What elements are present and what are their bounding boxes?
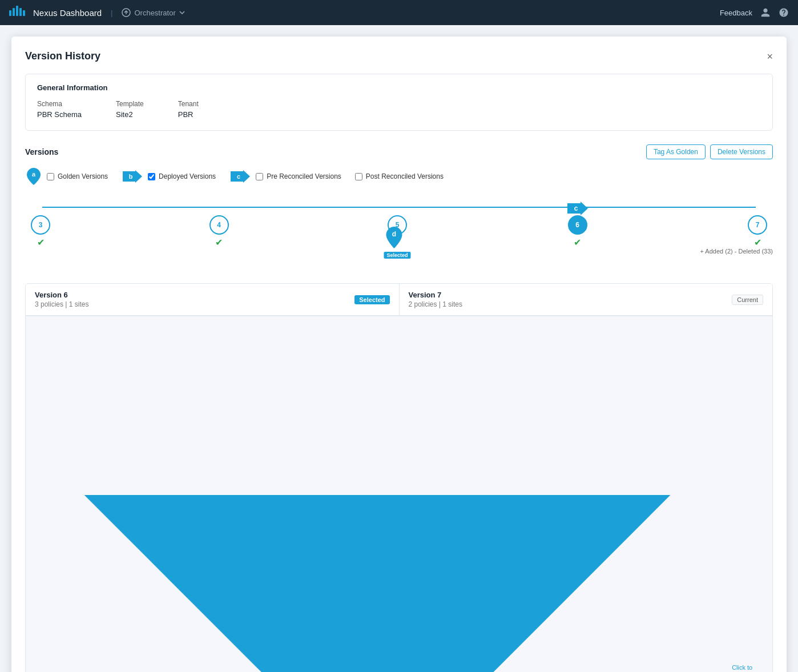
versions-actions: Tag As Golden Delete Versions [646,144,773,159]
orchestrator-menu[interactable]: Orchestrator [122,8,184,17]
svg-text:a: a [32,171,36,178]
node-3-circle[interactable]: 3 [31,215,50,235]
version6-badge: Selected [354,295,389,304]
arrow-c-icon: c [229,169,251,184]
node-7-circle[interactable]: 7 [748,215,767,235]
node-6-check: ✔ [574,237,581,248]
orchestrator-label: Orchestrator [134,9,175,17]
schema-field: Schema PBR Schema [37,100,82,119]
legend-post-reconciled: Post Reconciled Versions [355,172,444,180]
version-headers-row: Version 6 3 policies | 1 sites Selected … [26,284,772,316]
node-4-circle[interactable]: 4 [209,215,229,235]
legend-pre-reconciled: c Pre Reconciled Versions [229,168,341,184]
template-label: Template [116,100,144,108]
added-deleted-text: + Added (2) - Deleted (33) [700,248,773,255]
legend-row: a Golden Versions b Deployed Versions [25,167,773,186]
svg-rect-3 [19,8,22,16]
timeline-nodes: 3 ✔ 4 ✔ 5 ✔ [31,197,767,248]
template-field: Template Site2 [116,100,144,119]
version6-header: Version 6 3 policies | 1 sites Selected [26,284,399,315]
tenant-value: PBR [178,110,199,119]
deployed-label: Deployed Versions [159,172,216,180]
expand-bar-1[interactable]: Click to expand [26,316,772,672]
svg-text:b: b [129,173,133,180]
version7-badge: Current [732,295,763,305]
version-history-panel: Version History × General Information Sc… [11,37,787,672]
post-reconciled-checkbox[interactable] [355,173,362,180]
timeline-node-4[interactable]: 4 ✔ [209,197,229,248]
timeline-track: 3 ✔ 4 ✔ 5 ✔ [25,197,773,248]
main-content: Version History × General Information Sc… [0,25,798,672]
version7-name: Version 7 [409,291,463,299]
versions-title: Versions [25,147,58,156]
node-3-check: ✔ [37,237,45,248]
svg-rect-2 [16,6,18,16]
deployed-checkbox[interactable] [148,173,155,180]
tenant-label: Tenant [178,100,199,108]
expand-icon-1 [26,319,729,672]
panel-header: Version History × [25,50,773,62]
timeline-section: 3 ✔ 4 ✔ 5 ✔ [25,197,773,255]
close-button[interactable]: × [767,51,773,62]
diff-wrapper: Version 6 3 policies | 1 sites Selected … [25,283,773,672]
info-fields: Schema PBR Schema Template Site2 Tenant … [37,100,761,119]
version7-header: Version 7 2 policies | 1 sites Current [399,284,773,315]
post-reconciled-label: Post Reconciled Versions [366,172,444,180]
timeline-node-6[interactable]: c 6 ✔ [566,197,589,248]
expand-label-1: Click to expand [732,664,772,672]
feedback-link[interactable]: Feedback [720,9,752,17]
tag-as-golden-button[interactable]: Tag As Golden [646,144,706,159]
svg-rect-1 [13,8,15,16]
svg-text:c: c [237,173,240,180]
panel-title: Version History [25,50,100,62]
navbar-left: Nexus Dashboard | Orchestrator [9,6,185,20]
cisco-logo [9,6,26,20]
selected-teardrop-d: d Selected [384,226,410,259]
version6-meta: 3 policies | 1 sites [35,300,89,308]
pre-reconciled-label: Pre Reconciled Versions [267,172,341,180]
node-6-circle[interactable]: 6 [568,215,587,235]
general-info-box: General Information Schema PBR Schema Te… [25,74,773,131]
navbar-brand-title: Nexus Dashboard [33,8,102,18]
arrow-b-icon: b [122,169,143,184]
timeline-node-7[interactable]: 7 ✔ [748,197,767,248]
legend-golden: a Golden Versions [25,167,108,186]
selected-badge: Selected [384,252,410,259]
help-icon[interactable] [779,7,789,18]
pre-reconciled-checkbox[interactable] [256,173,263,180]
timeline-node-5[interactable]: 5 ✔ d Selected [388,197,407,248]
svg-rect-0 [9,10,11,16]
general-info-label: General Information [37,83,761,92]
schema-label: Schema [37,100,82,108]
tenant-field: Tenant PBR [178,100,199,119]
node-7-check: ✔ [754,237,761,248]
template-value: Site2 [116,110,144,119]
legend-deployed: b Deployed Versions [122,168,216,184]
arrow-c-above-icon: c [566,200,589,216]
version6-name: Version 6 [35,291,89,299]
schema-value: PBR Schema [37,110,82,119]
svg-text:d: d [392,230,396,238]
svg-rect-4 [23,10,25,16]
user-icon[interactable] [760,7,771,18]
delete-versions-button[interactable]: Delete Versions [710,144,773,159]
svg-text:c: c [574,204,578,212]
timeline-node-3[interactable]: 3 ✔ [31,197,50,248]
golden-label: Golden Versions [58,172,108,180]
versions-section-header: Versions Tag As Golden Delete Versions [25,144,773,159]
navbar: Nexus Dashboard | Orchestrator Feedback [0,0,798,25]
golden-checkbox[interactable] [47,173,54,180]
node-4-check: ✔ [215,237,223,248]
teardrop-a-icon: a [25,167,42,186]
navbar-right: Feedback [720,7,789,18]
version7-meta: 2 policies | 1 sites [409,300,463,308]
